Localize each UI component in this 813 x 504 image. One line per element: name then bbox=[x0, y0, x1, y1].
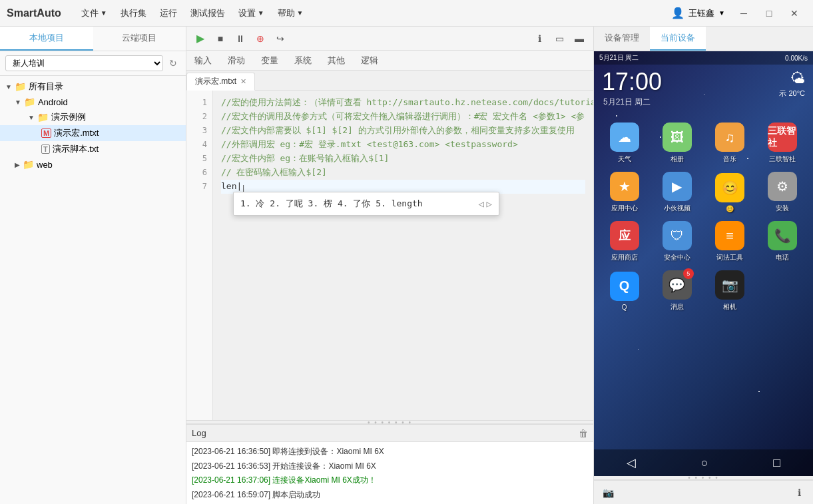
tree-item-label: 演示脚本.txt bbox=[53, 143, 99, 155]
phone-home-button[interactable]: ○ bbox=[701, 456, 708, 470]
triangle-icon: ▶ bbox=[15, 161, 20, 168]
txt-file-icon: T bbox=[41, 144, 50, 154]
app-icon-weather[interactable]: ☁ 天气 bbox=[599, 120, 649, 166]
editor-tab-macro[interactable]: 演示宏.mtxt ✕ bbox=[186, 73, 255, 91]
phone-date-status: 5月21日 周二 bbox=[599, 53, 639, 63]
menu-help[interactable]: 帮助 ▼ bbox=[271, 5, 310, 22]
phone-nav-bar: ◁ ○ □ bbox=[594, 449, 813, 476]
log-content: [2023-06-21 16:36:50] 即将连接到设备：Xiaomi MI … bbox=[186, 442, 593, 504]
log-text: 连接设备Xiaomi MI 6X成功！ bbox=[272, 475, 376, 485]
log-time: [2023-06-21 16:37:06] bbox=[192, 475, 270, 485]
pause-button[interactable]: ⏸ bbox=[232, 30, 249, 47]
tab-current-device[interactable]: 当前设备 bbox=[650, 27, 706, 51]
stop-button[interactable]: ■ bbox=[212, 30, 229, 47]
device-screen: 5月21日 周二 0.00K/s 17:00 5月21日 周二 🌤 示 20°C bbox=[594, 51, 813, 476]
app-icon-install[interactable]: ⚙ 安装 bbox=[758, 169, 808, 216]
user-avatar-icon: 👤 bbox=[671, 7, 684, 19]
device-panel: 设备管理 当前设备 bbox=[593, 27, 813, 504]
app-label: 相册 bbox=[671, 154, 684, 164]
user-name: 王钰鑫 bbox=[688, 7, 714, 19]
autocomplete-prev[interactable]: ◁ bbox=[478, 196, 483, 211]
info-button[interactable]: ℹ bbox=[531, 30, 548, 47]
tree-item-android[interactable]: ▼ 📁 Android bbox=[0, 95, 186, 109]
tab-device-management[interactable]: 设备管理 bbox=[594, 27, 650, 51]
autocomplete-next[interactable]: ▷ bbox=[487, 196, 492, 211]
menu-run[interactable]: 运行 bbox=[153, 5, 184, 22]
minimize-button[interactable]: ─ bbox=[732, 4, 756, 23]
mtxt-file-icon: M bbox=[41, 128, 51, 138]
menu-settings[interactable]: 设置 ▼ bbox=[232, 5, 271, 22]
app-icon-tools[interactable]: ≡ 词法工具 bbox=[705, 218, 755, 265]
tab-close-button[interactable]: ✕ bbox=[240, 77, 246, 86]
app-icon-img: ▶ bbox=[663, 172, 692, 201]
autocomplete-text: 1. 冷 2. 了呢 3. 楞 4. 了你 5. length bbox=[240, 197, 423, 211]
tree-item-web[interactable]: ▶ 📁 web bbox=[0, 157, 186, 172]
phone-weather: 🌤 示 20°C bbox=[779, 70, 805, 99]
app-icon-music[interactable]: ♫ 音乐 bbox=[705, 120, 755, 166]
code-line: //宏文件内部 eg：在账号输入框输入$[1] bbox=[221, 152, 585, 166]
tree-item-all-dirs[interactable]: ▼ 📁 所有目录 bbox=[0, 79, 186, 95]
tree-item-demo-script[interactable]: T 演示脚本.txt bbox=[0, 141, 186, 157]
code-tab-input[interactable]: 输入 bbox=[192, 53, 214, 68]
step-button[interactable]: ↪ bbox=[272, 30, 289, 47]
app-icon-qq[interactable]: Q Q bbox=[599, 268, 649, 314]
log-text: 开始连接设备：Xiaomi MI 6X bbox=[272, 461, 376, 471]
tree-item-label: web bbox=[37, 160, 53, 170]
code-tab-sys[interactable]: 系统 bbox=[292, 53, 314, 68]
phone-recents-button[interactable]: □ bbox=[773, 456, 780, 470]
screenshot-button[interactable]: 📷 bbox=[599, 484, 617, 501]
maximize-button[interactable]: □ bbox=[757, 4, 781, 23]
code-tab-var[interactable]: 变量 bbox=[258, 53, 281, 68]
log-time: [2023-06-21 16:36:53] bbox=[192, 461, 270, 471]
main-content: 本地项目 云端项目 新人培训 ↻ ▼ 📁 所有目录 ▼ 📁 bbox=[0, 27, 813, 504]
phone-back-button[interactable]: ◁ bbox=[627, 455, 636, 470]
app-icon-img: ☁ bbox=[610, 123, 639, 152]
app-icon-phone[interactable]: 📞 电话 bbox=[758, 218, 808, 265]
project-dropdown[interactable]: 新人培训 bbox=[5, 55, 163, 71]
app-icon-message[interactable]: 💬 5 消息 bbox=[652, 268, 702, 314]
app-label: 天气 bbox=[618, 154, 631, 164]
autocomplete-nav: ◁ ▷ bbox=[478, 196, 492, 211]
title-bar: SmartAuto 文件 ▼ 执行集 运行 测试报告 设置 ▼ 帮助 ▼ 👤 王… bbox=[0, 0, 813, 27]
phone-signal-status: 0.00K/s bbox=[785, 55, 808, 62]
tree-item-demo-macro[interactable]: M 演示宏.mtxt bbox=[0, 125, 186, 141]
app-icon-img: 📷 bbox=[715, 270, 744, 300]
app-icon-gallery[interactable]: 🖼 相册 bbox=[652, 120, 702, 166]
log-clear-button[interactable]: 🗑 bbox=[579, 428, 588, 439]
menu-execset[interactable]: 执行集 bbox=[114, 5, 153, 22]
app-icon-emoji[interactable]: 😊 😊 bbox=[705, 169, 755, 216]
log-text: 脚本启动成功 bbox=[272, 490, 320, 499]
code-tab-logic[interactable]: 逻辑 bbox=[358, 53, 381, 68]
phone-screen[interactable]: 5月21日 周二 0.00K/s 17:00 5月21日 周二 🌤 示 20°C bbox=[594, 51, 813, 476]
menu-testreport[interactable]: 测试报告 bbox=[184, 5, 232, 22]
app-icon-sanlian[interactable]: 三联智社 三联智社 bbox=[758, 120, 808, 166]
user-area[interactable]: 👤 王钰鑫 ▼ bbox=[665, 4, 732, 22]
app-logo: SmartAuto bbox=[7, 7, 61, 19]
log-title: Log bbox=[192, 428, 579, 438]
app-icon-img: 😊 bbox=[715, 173, 744, 202]
app-label: 应用中心 bbox=[611, 204, 638, 213]
refresh-button[interactable]: ↻ bbox=[166, 56, 180, 71]
app-icon-security[interactable]: 🛡 安全中心 bbox=[652, 218, 702, 265]
device-info-button[interactable]: ℹ bbox=[790, 484, 808, 501]
editor-content[interactable]: 1 2 3 4 5 6 7 //宏的使用方法简述：（详情可查看 http://s… bbox=[186, 91, 593, 420]
code-editor[interactable]: //宏的使用方法简述：（详情可查看 http://smartauto.hz.ne… bbox=[213, 91, 593, 420]
app-icon-video[interactable]: ▶ 小伙视频 bbox=[652, 169, 702, 216]
tree-item-demo[interactable]: ▼ 📁 演示例例 bbox=[0, 109, 186, 125]
view-toggle-2[interactable]: ▬ bbox=[571, 30, 588, 47]
log-header: Log 🗑 bbox=[186, 425, 593, 442]
app-icon-camera[interactable]: 📷 相机 bbox=[705, 268, 755, 314]
code-tab-other[interactable]: 其他 bbox=[325, 53, 348, 68]
app-icon-appcenter[interactable]: ★ 应用中心 bbox=[599, 169, 649, 216]
app-icon-img: ≡ bbox=[715, 221, 744, 250]
tab-local-project[interactable]: 本地项目 bbox=[0, 27, 93, 51]
close-button[interactable]: ✕ bbox=[782, 4, 806, 23]
app-label: 相机 bbox=[723, 302, 736, 312]
view-toggle-1[interactable]: ▭ bbox=[551, 30, 568, 47]
menu-file[interactable]: 文件 ▼ bbox=[75, 5, 114, 22]
app-icon-store[interactable]: 应 应用商店 bbox=[599, 218, 649, 265]
run-button[interactable]: ▶ bbox=[192, 30, 209, 47]
tab-cloud-project[interactable]: 云端项目 bbox=[93, 27, 186, 51]
code-tab-slide[interactable]: 滑动 bbox=[225, 53, 248, 68]
record-button[interactable]: ⊕ bbox=[252, 30, 269, 47]
